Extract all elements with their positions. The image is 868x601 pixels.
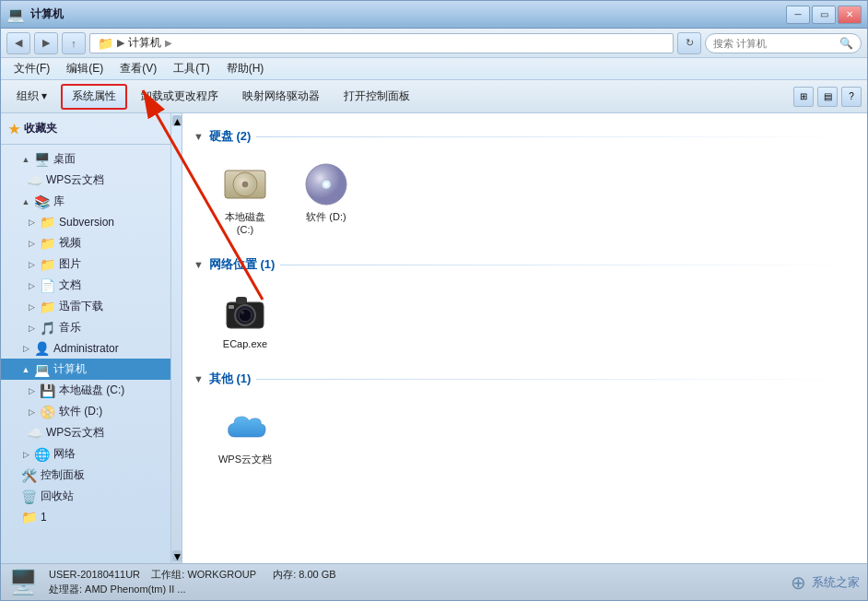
music-icon: 🎵	[40, 321, 55, 336]
local-disk-c-file-label: 本地磁盘(C:)	[225, 210, 265, 235]
network-section-toggle[interactable]: ▼	[194, 259, 204, 270]
network-label: 网络	[53, 446, 76, 462]
sidebar-item-desktop[interactable]: ▲ 🖥️ 桌面	[1, 148, 170, 170]
restore-button[interactable]: ▭	[812, 6, 836, 24]
file-item-ecap[interactable]: ECap.exe	[208, 284, 282, 356]
up-button[interactable]: ↑	[62, 32, 86, 54]
sidebar-item-folder-1[interactable]: 📁 1	[1, 507, 170, 527]
hdd-svg-c	[223, 165, 267, 204]
open-control-panel-button[interactable]: 打开控制面板	[334, 84, 420, 110]
menu-tools[interactable]: 工具(T)	[166, 59, 217, 78]
sidebar-item-music[interactable]: ▷ 🎵 音乐	[1, 317, 170, 338]
menu-edit[interactable]: 编辑(E)	[59, 59, 111, 78]
search-input[interactable]	[713, 38, 836, 49]
desktop-icon: 🖥️	[34, 152, 50, 167]
local-disk-c-label: 本地磁盘 (C:)	[59, 383, 124, 398]
subversion-label: Subversion	[59, 216, 114, 229]
sidebar-item-network[interactable]: ▷ 🌐 网络	[1, 443, 170, 465]
path-icon: 📁	[98, 36, 113, 51]
local-disk-c-icon: 💾	[40, 383, 55, 398]
computer-icon: 💻	[34, 362, 50, 377]
hdd-items-grid: 本地磁盘(C:)	[208, 156, 856, 242]
sidebar-item-local-disk-c[interactable]: ▷ 💾 本地磁盘 (C:)	[1, 380, 170, 401]
system-properties-button[interactable]: 系统属性	[61, 84, 127, 110]
refresh-button[interactable]: ↻	[677, 32, 701, 54]
other-section-toggle[interactable]: ▼	[194, 373, 204, 384]
file-item-local-disk-c[interactable]: 本地磁盘(C:)	[208, 156, 282, 242]
sidebar-item-library[interactable]: ▲ 📚 库	[1, 191, 170, 212]
scrollbar-up-arrow[interactable]: ▲	[172, 115, 182, 126]
sidebar-item-software-d[interactable]: ▷ 📀 软件 (D:)	[1, 401, 170, 422]
sidebar-item-docs[interactable]: ▷ 📄 文档	[1, 275, 170, 296]
computer-name: USER-20180411UR	[49, 569, 140, 580]
wps-cloud-desktop-label: WPS云文档	[46, 172, 104, 188]
memory-label: 内存: 8.00 GB	[273, 569, 335, 580]
status-line-1: USER-20180411UR 工作组: WORKGROUP 内存: 8.00 …	[49, 568, 780, 582]
scrollbar-down-arrow[interactable]: ▼	[172, 550, 182, 561]
control-panel-label: 控制面板	[41, 467, 85, 483]
sidebar-item-pictures[interactable]: ▷ 📁 图片	[1, 253, 170, 275]
organize-button[interactable]: 组织 ▾	[6, 84, 57, 110]
sidebar-item-subversion[interactable]: ▷ 📁 Subversion	[1, 212, 170, 232]
recycle-bin-label: 回收站	[41, 489, 74, 504]
sidebar-item-computer[interactable]: ▲ 💻 计算机	[1, 359, 170, 380]
path-label: ▶	[117, 37, 124, 49]
software-d-icon: 📀	[40, 405, 55, 419]
sidebar-scrollbar[interactable]: ▲ ▼	[171, 113, 182, 563]
status-info: USER-20180411UR 工作组: WORKGROUP 内存: 8.00 …	[49, 568, 780, 596]
desktop-label: 桌面	[53, 151, 76, 167]
hdd-section-toggle[interactable]: ▼	[194, 131, 204, 142]
status-line-2: 处理器: AMD Phenom(tm) II ...	[49, 583, 780, 596]
hdd-section-line	[256, 136, 856, 137]
view-toggle-button[interactable]: ▤	[817, 87, 838, 107]
computer-toggle-icon: ▲	[21, 365, 30, 374]
brand-logo-icon: ⊕	[791, 572, 806, 594]
svg-point-9	[239, 309, 252, 322]
uninstall-button[interactable]: 卸载或更改程序	[131, 84, 229, 110]
favorites-label: 收藏夹	[24, 121, 57, 136]
menu-view[interactable]: 查看(V)	[112, 59, 164, 78]
cloud-svg	[223, 408, 267, 445]
titlebar: 💻 计算机 ─ ▭ ✕	[1, 1, 867, 29]
back-button[interactable]: ◀	[6, 32, 30, 54]
window-title: 计算机	[30, 6, 64, 22]
sidebar-favorites-header[interactable]: ★ 收藏夹	[1, 117, 170, 140]
admin-icon: 👤	[34, 341, 50, 356]
svg-point-10	[240, 311, 244, 314]
sidebar-item-administrator[interactable]: ▷ 👤 Administrator	[1, 338, 170, 359]
cd-svg-d	[304, 162, 348, 206]
titlebar-left: 💻 计算机	[6, 6, 64, 23]
sidebar-item-wps-cloud[interactable]: ☁️ WPS云文档	[1, 422, 170, 443]
map-drive-button[interactable]: 映射网络驱动器	[232, 84, 330, 110]
other-items-grid: WPS云文档	[208, 398, 856, 473]
search-box[interactable]: 🔍	[705, 33, 862, 53]
toolbar-right: ⊞ ▤ ?	[793, 87, 862, 107]
menu-help[interactable]: 帮助(H)	[219, 59, 272, 78]
file-item-software-d[interactable]: 软件 (D:)	[289, 156, 363, 242]
sidebar-item-thunder[interactable]: ▷ 📁 迅雷下载	[1, 296, 170, 317]
sidebar-item-recycle-bin[interactable]: 🗑️ 回收站	[1, 486, 170, 507]
search-icon: 🔍	[839, 37, 853, 50]
minimize-button[interactable]: ─	[786, 6, 810, 24]
svg-point-5	[324, 183, 328, 186]
folder-1-label: 1	[41, 511, 47, 524]
main-panel: ▼ 硬盘 (2)	[182, 113, 867, 563]
forward-button[interactable]: ▶	[34, 32, 58, 54]
software-d-label: 软件 (D:)	[59, 404, 102, 419]
close-button[interactable]: ✕	[838, 6, 862, 24]
svg-rect-11	[229, 305, 234, 309]
sidebar-item-control-panel[interactable]: 🛠️ 控制面板	[1, 465, 170, 486]
wps-cloud-file-label: WPS云文档	[218, 453, 272, 466]
view-options-button[interactable]: ⊞	[793, 87, 814, 107]
network-section-title: 网络位置 (1)	[209, 256, 276, 273]
thunder-icon: 📁	[40, 300, 55, 314]
favorites-star-icon: ★	[8, 122, 20, 136]
menu-file[interactable]: 文件(F)	[6, 59, 57, 78]
file-item-wps-cloud[interactable]: WPS云文档	[208, 398, 282, 473]
address-path[interactable]: 📁 ▶ 计算机 ▶	[89, 33, 674, 53]
help-button[interactable]: ?	[841, 87, 862, 107]
ecap-large-icon	[223, 290, 267, 335]
sidebar-item-video[interactable]: ▷ 📁 视频	[1, 232, 170, 253]
sidebar-section-favorites: ★ 收藏夹	[1, 117, 170, 140]
sidebar-item-wps-cloud-desktop[interactable]: ☁️ WPS云文档	[1, 170, 170, 191]
